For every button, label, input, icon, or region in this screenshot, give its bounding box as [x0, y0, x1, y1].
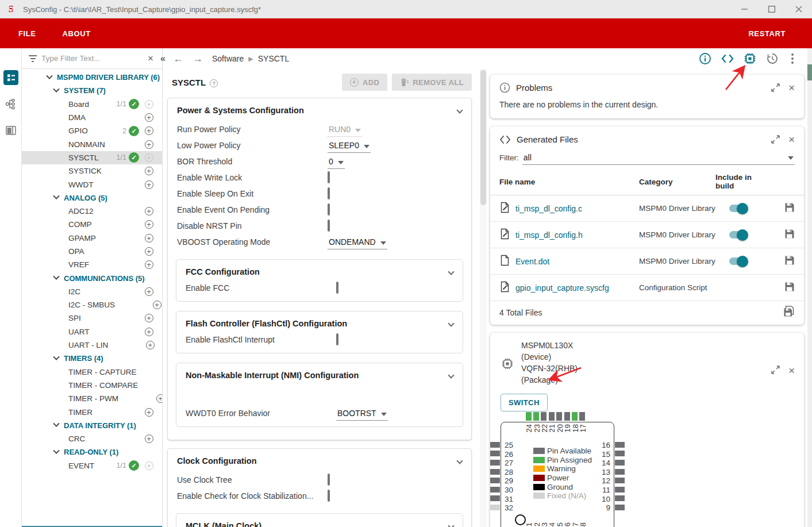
window-scrollbar-thumb[interactable] — [807, 64, 812, 80]
sidebar-group-read-only[interactable]: READ-ONLY (1) — [22, 445, 162, 459]
add-instance-icon[interactable]: + — [145, 140, 153, 149]
sidebar-group-communications[interactable]: COMMUNICATIONS (5) — [22, 271, 162, 284]
sidebar-item-opa[interactable]: OPA+ — [22, 245, 162, 258]
menu-file[interactable]: FILE — [18, 29, 36, 38]
add-instance-icon[interactable]: + — [145, 461, 153, 470]
add-instance-icon[interactable]: + — [145, 126, 153, 135]
low-power-policy-dropdown[interactable]: SLEEP0 — [328, 140, 371, 153]
add-instance-icon[interactable]: + — [145, 314, 153, 322]
menu-about[interactable]: ABOUT — [63, 29, 91, 38]
add-instance-icon[interactable]: + — [145, 434, 153, 443]
sidebar-item-crc[interactable]: CRC+ — [22, 432, 162, 445]
window-scrollbar[interactable] — [807, 48, 812, 527]
disable-nrst-pin-checkbox[interactable] — [328, 220, 330, 232]
add-instance-icon[interactable]: + — [145, 234, 153, 243]
chevron-down-icon[interactable] — [448, 522, 454, 527]
sidebar-group-mspm0-driver-library[interactable]: MSPM0 DRIVER LIBRARY (6) — [22, 71, 162, 84]
nmi-header[interactable]: Non-Maskable Interrupt (NMI) Configurati… — [176, 363, 463, 386]
sidebar-item-gpamp[interactable]: GPAMP+ — [22, 232, 162, 245]
file-link[interactable]: Event.dot — [515, 257, 639, 266]
add-instance-icon[interactable]: + — [146, 341, 155, 349]
filter-input[interactable] — [41, 54, 143, 63]
sidebar-item-spi[interactable]: SPI+ — [22, 311, 162, 325]
power-systems-header[interactable]: Power & Systems Configuration — [168, 98, 471, 121]
files-filter-dropdown[interactable]: all — [522, 153, 795, 165]
save-icon[interactable] — [784, 282, 795, 294]
sidebar-item-sysctl[interactable]: SYSCTL1/1✓+ — [22, 151, 162, 164]
expand-icon[interactable] — [771, 83, 780, 93]
remove-all-button[interactable]: REMOVE ALL — [392, 74, 472, 91]
more-options-icon[interactable] — [788, 53, 797, 64]
add-instance-icon[interactable]: + — [145, 113, 153, 122]
add-instance-icon[interactable]: + — [145, 220, 153, 229]
close-icon[interactable]: × — [788, 365, 795, 376]
sidebar-item-i2c-smbus[interactable]: I2C - SMBUS+ — [22, 298, 162, 311]
sidebar-item-timer-compare[interactable]: TIMER - COMPARE+ — [22, 379, 162, 392]
save-icon[interactable] — [784, 229, 795, 241]
expand-icon[interactable] — [771, 134, 780, 144]
clock-stabilization-checkbox[interactable] — [328, 490, 330, 502]
add-instance-icon[interactable]: + — [145, 260, 153, 269]
chevron-down-icon[interactable] — [456, 457, 463, 464]
expand-icon[interactable] — [771, 365, 780, 375]
use-clock-tree-checkbox[interactable] — [328, 474, 330, 486]
add-instance-icon[interactable]: + — [145, 207, 153, 216]
add-instance-icon[interactable]: + — [145, 153, 153, 162]
bor-threshold-dropdown[interactable]: 0 — [328, 156, 345, 169]
save-all-icon[interactable] — [783, 306, 795, 319]
restart-button[interactable]: RESTART — [748, 29, 786, 38]
sidebar-item-systick[interactable]: SYSTICK+ — [22, 164, 162, 178]
add-instance-icon[interactable]: + — [145, 408, 153, 417]
add-instance-icon[interactable]: + — [153, 301, 161, 309]
add-instance-icon[interactable]: + — [145, 328, 153, 336]
file-link[interactable]: ti_msp_dl_config.c — [515, 204, 639, 213]
sidebar-item-board[interactable]: Board1/1✓+ — [22, 98, 162, 111]
info-icon[interactable] — [698, 52, 712, 66]
sidebar-item-wwdt[interactable]: WWDT+ — [22, 178, 162, 191]
sidebar-item-timer-capture[interactable]: TIMER - CAPTURE+ — [22, 366, 162, 379]
clear-filter-icon[interactable]: × — [143, 53, 158, 64]
save-icon[interactable] — [784, 202, 795, 215]
sidebar-item-comp[interactable]: COMP+ — [22, 218, 162, 231]
flashctl-header[interactable]: Flash Controller (FlashCtl) Configuratio… — [176, 311, 463, 334]
peripherals-view-icon[interactable] — [3, 97, 18, 111]
sidebar-item-adc12[interactable]: ADC12+ — [22, 205, 162, 218]
center-scrollbar-thumb[interactable] — [480, 70, 486, 205]
breadcrumb-section[interactable]: Software — [212, 54, 244, 63]
chevron-down-icon[interactable] — [448, 268, 454, 275]
board-view-icon[interactable] — [3, 123, 18, 138]
device-view-icon[interactable] — [743, 52, 757, 66]
chevron-down-icon[interactable] — [448, 320, 454, 326]
sidebar-item-dma[interactable]: DMA+ — [22, 111, 162, 124]
add-instance-icon[interactable]: + — [145, 287, 153, 296]
add-button[interactable]: +ADD — [342, 74, 387, 91]
sidebar-group-timers[interactable]: TIMERS (4) — [22, 352, 162, 365]
wwdt0-error-behavior-dropdown[interactable]: BOOTRST — [336, 407, 388, 421]
enable-fcc-checkbox[interactable] — [336, 282, 338, 294]
sidebar-item-event[interactable]: EVENT1/1✓+ — [22, 459, 162, 472]
sidebar-item-i2c[interactable]: I2C+ — [22, 285, 162, 298]
sidebar-item-gpio[interactable]: GPIO2✓+ — [22, 124, 162, 137]
add-instance-icon[interactable]: + — [145, 100, 153, 109]
sidebar-item-timer[interactable]: TIMER+ — [22, 405, 162, 418]
sidebar-group-system[interactable]: SYSTEM (7) — [22, 84, 162, 97]
sidebar-group-data-integrity[interactable]: DATA INTEGRITY (1) — [22, 419, 162, 432]
help-icon[interactable]: ? — [210, 79, 218, 87]
enable-event-on-pending-checkbox[interactable] — [328, 203, 330, 216]
add-instance-icon[interactable]: + — [156, 394, 163, 403]
code-view-icon[interactable] — [721, 52, 734, 66]
clock-header[interactable]: Clock Configuration — [168, 449, 471, 472]
vboost-mode-dropdown[interactable]: ONDEMAND — [328, 236, 387, 249]
close-icon[interactable]: × — [788, 134, 795, 145]
enable-flashctl-interrupt-checkbox[interactable] — [336, 333, 338, 345]
enable-sleep-on-exit-checkbox[interactable] — [328, 187, 330, 199]
add-instance-icon[interactable]: + — [145, 180, 153, 189]
chevron-down-icon[interactable] — [456, 107, 463, 113]
mclk-header[interactable]: MCLK (Main Clock) — [176, 514, 463, 527]
file-link[interactable]: gpio_input_capture.syscfg — [515, 283, 639, 293]
chevron-down-icon[interactable] — [448, 372, 454, 378]
config-view-icon[interactable] — [3, 70, 18, 85]
sidebar-item-vref[interactable]: VREF+ — [22, 258, 162, 271]
include-in-build-toggle[interactable] — [729, 257, 748, 265]
add-instance-icon[interactable]: + — [145, 247, 153, 256]
